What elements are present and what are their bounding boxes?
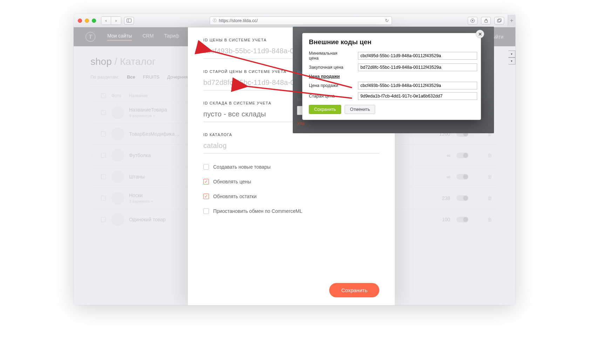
- panel-save-button[interactable]: Сохранить: [329, 283, 379, 297]
- reload-icon[interactable]: ↻: [385, 18, 389, 23]
- downloads-button[interactable]: [468, 17, 478, 25]
- maximize-window-button[interactable]: [92, 19, 96, 23]
- input-min-price-code[interactable]: [358, 52, 477, 60]
- address-text: https://store.tilda.cc/: [219, 18, 258, 23]
- minimize-window-button[interactable]: [85, 19, 89, 23]
- address-bar[interactable]: ⓣ https://store.tilda.cc/ ↻: [210, 16, 392, 25]
- label-old-price: Старая цена: [303, 91, 352, 101]
- label-min-price: Минимальная цена: [303, 49, 352, 62]
- peek-text-upa: Упа: [297, 121, 305, 126]
- label-buy-price: Закупочная цена: [303, 62, 352, 73]
- checkbox-update-stock[interactable]: ✓: [203, 194, 209, 199]
- svg-rect-0: [127, 19, 131, 22]
- popup-cancel-button[interactable]: Отменить: [345, 105, 375, 114]
- tabs-button[interactable]: [494, 17, 504, 25]
- close-window-button[interactable]: [78, 19, 82, 23]
- checkbox-pause-commerceml[interactable]: ✓: [203, 208, 209, 214]
- nav-back-button[interactable]: ‹: [101, 17, 111, 25]
- svg-rect-4: [497, 20, 500, 22]
- share-button[interactable]: [481, 17, 491, 25]
- label-sale-price-header: Цена продажи: [303, 73, 481, 80]
- checkbox-update-prices[interactable]: ✓: [203, 179, 209, 184]
- label-sale-price: Цена продажи: [303, 80, 352, 91]
- checkbox-create-products[interactable]: ✓: [203, 164, 209, 170]
- dropdown-notch[interactable]: ▾: [508, 50, 515, 58]
- browser-toolbar: ‹ › ⓣ https://store.tilda.cc/ ↻ +: [74, 14, 515, 27]
- sidebar-toggle-button[interactable]: [124, 17, 134, 25]
- input-buy-price-code[interactable]: [358, 63, 477, 71]
- popup-save-button[interactable]: Сохранить: [309, 105, 341, 114]
- right-edge-dropdowns: ▾ ▾: [508, 50, 515, 65]
- dropdown-notch[interactable]: ▾: [508, 58, 515, 65]
- input-old-price-code[interactable]: [358, 92, 477, 100]
- new-tab-button[interactable]: +: [508, 15, 515, 27]
- popup-close-icon[interactable]: ✕: [476, 30, 484, 38]
- nav-forward-button[interactable]: ›: [111, 17, 121, 25]
- input-sale-price-code[interactable]: [358, 82, 477, 89]
- nav-back-forward: ‹ ›: [101, 16, 121, 25]
- popup-title: Внешние коды цен: [309, 38, 372, 46]
- site-identity-icon: ⓣ: [213, 18, 217, 23]
- window-controls: [78, 19, 96, 23]
- external-price-codes-popup: Внешние коды цен ✕ Минимальная цена Заку…: [302, 33, 481, 120]
- input-catalog-id[interactable]: [203, 140, 379, 154]
- svg-rect-5: [498, 19, 501, 22]
